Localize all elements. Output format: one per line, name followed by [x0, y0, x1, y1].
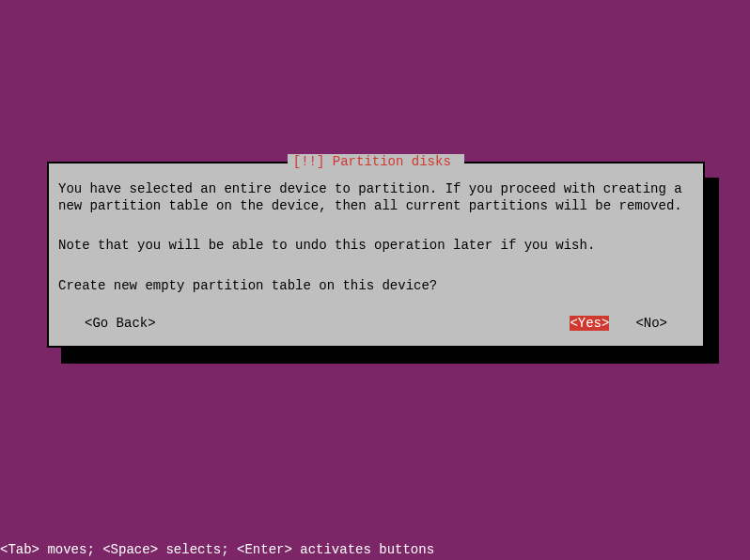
dialog-title-wrapper: [!!] Partition disks [49, 154, 703, 169]
no-button[interactable]: <No> [635, 316, 667, 331]
spacer [58, 262, 694, 270]
status-bar: <Tab> moves; <Space> selects; <Enter> ac… [0, 542, 434, 557]
dialog-title: [!!] Partition disks [288, 154, 464, 169]
dialog-title-prefix: [!!] [293, 154, 333, 169]
dialog-paragraph-1: You have selected an entire device to pa… [58, 180, 694, 214]
spacer [58, 222, 694, 229]
dialog-title-text: Partition disks [333, 154, 451, 169]
yes-button[interactable]: <Yes> [570, 316, 609, 331]
button-row: <Go Back> <Yes> <No> [58, 316, 694, 331]
go-back-button[interactable]: <Go Back> [85, 316, 156, 331]
dialog-question: Create new empty partition table on this… [58, 277, 694, 294]
dialog-paragraph-2: Note that you will be able to undo this … [58, 237, 694, 254]
partition-dialog: [!!] Partition disks You have selected a… [47, 162, 705, 348]
